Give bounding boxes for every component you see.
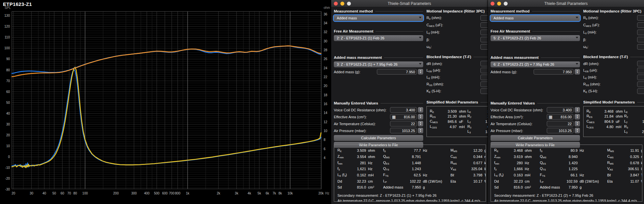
results-row: Dd32.23cmLP102.22dB (1W/1m)Eta10.17%	[337, 178, 482, 184]
added-mass-stepper[interactable]: ▲▼	[575, 69, 580, 75]
window-titlebar[interactable]: Thiele-Small Parameters	[488, 0, 644, 7]
stepper[interactable]: ▲▼	[418, 128, 423, 133]
value-field[interactable]: 22	[390, 121, 417, 126]
value-field[interactable]: ▦816.00	[390, 114, 417, 120]
left-column: Measurement method Added mass Free Air M…	[491, 9, 580, 148]
calculator-icon[interactable]: ▦	[549, 115, 552, 119]
value-field[interactable]: 0.364	[480, 75, 488, 80]
svg-text:-20: -20	[5, 177, 10, 180]
value-field[interactable]: 0.0265	[480, 37, 488, 42]
minimize-button[interactable]	[497, 2, 501, 6]
param-label: L0 (mH):	[583, 30, 637, 35]
value-field[interactable]: 0.0336	[637, 37, 644, 42]
value-field[interactable]: 742.1	[480, 44, 488, 50]
value-field[interactable]: 4.705	[637, 30, 644, 35]
field-value: 22	[549, 122, 572, 126]
chevron-down-icon	[576, 17, 578, 18]
blocked-param-row: LE (mH):0.364▲▼	[426, 75, 488, 80]
value-field[interactable]: 5.59	[637, 81, 644, 87]
param-label: Air Temperature (Celsius):	[334, 122, 390, 126]
added-mass-stepper[interactable]: ▲▼	[418, 69, 423, 75]
svg-text:4k: 4k	[248, 192, 252, 195]
value-field[interactable]: 761.7	[637, 44, 644, 50]
svg-text:40: 40	[6, 112, 10, 115]
blocked-impedance-header: Blocked Impedance (T-F)	[426, 55, 488, 59]
svg-text:1k: 1k	[186, 192, 190, 195]
value-field[interactable]: 804.9	[637, 22, 644, 28]
field-value: 0.364	[482, 76, 488, 79]
free-air-measurement-select[interactable]: 5: Z - ETP1623-Z1 (2) Feb 26	[491, 35, 580, 41]
minimize-button[interactable]	[340, 2, 344, 6]
calculate-parameters-button[interactable]: Calculate Parameters	[491, 135, 580, 141]
results-row: f31,666HzQTS1.225VAS306.51litres	[494, 166, 639, 172]
simplified-left-column: RE3.468ohmRES21.84ohmCMES804.9uFLCES4.80…	[586, 109, 623, 134]
results-row: RE3.468ohmfS80.9HzMMS11.91g	[494, 147, 639, 154]
svg-text:6: 6	[324, 147, 326, 151]
calculate-parameters-button[interactable]: Calculate Parameters	[334, 135, 423, 141]
value-field[interactable]: 0.410	[637, 75, 644, 80]
results-row: f31,621HzQTS1.243VAS325.04litres	[337, 166, 482, 172]
stepper[interactable]: ▲▼	[418, 121, 423, 126]
measurement-method-select[interactable]: Added mass	[491, 15, 580, 21]
value-field[interactable]: 0.109	[480, 61, 488, 66]
right-column: Motional Impedance (Ritter 3PC) R0 (ohm)…	[583, 9, 644, 148]
svg-text:60: 60	[6, 90, 10, 94]
value-field[interactable]: 1013.25	[547, 128, 574, 133]
value-field[interactable]: 5.10	[480, 81, 488, 87]
value-field[interactable]: 30.72	[637, 15, 644, 21]
field-value: 3.400	[392, 108, 415, 112]
value-field[interactable]: 0.0472	[637, 88, 644, 94]
free-air-measurement-select[interactable]: 2: Z - ETP1623-Z1 (1) Feb 26	[334, 35, 423, 41]
close-button[interactable]	[491, 2, 494, 6]
stepper[interactable]: ▲▼	[575, 128, 580, 133]
motional-rows: R0 (ohm):30.72▲▼CMES (uF):804.9▲▼L0 (mH)…	[583, 15, 644, 50]
stepper[interactable]: ▲▼	[575, 114, 580, 120]
value-field[interactable]: 3.400	[547, 107, 574, 113]
svg-text:700: 700	[169, 192, 174, 195]
results-box: RE3.468ohmfS80.9HzMMS11.91gZmin3.619ohmQ…	[491, 145, 642, 202]
value-field[interactable]: ▦816.00	[547, 114, 574, 120]
close-button[interactable]	[334, 2, 338, 6]
motional-rows: R0 (ohm):27.56▲▼CMES (uF):845.6▲▼L0 (mH)…	[426, 15, 488, 50]
value-field[interactable]: 0.068	[637, 61, 644, 66]
svg-text:500: 500	[154, 192, 160, 195]
field-value: 4.705	[639, 31, 644, 34]
window-titlebar[interactable]: Thiele-Small Parameters	[331, 0, 488, 7]
value-field[interactable]: 4.884	[480, 30, 488, 35]
measurement-method-select[interactable]: Added mass	[334, 15, 423, 21]
added-mass-field[interactable]: 7.950	[534, 69, 574, 75]
motional-param-row: ω0:742.1▲▼	[426, 44, 488, 50]
results-footer: Secondary measurement: Z - ETP1623-Z1 (2…	[494, 193, 639, 202]
zoom-button[interactable]	[504, 2, 508, 6]
stepper[interactable]: ▲▼	[418, 107, 423, 113]
value-field[interactable]: 27.56	[480, 15, 488, 21]
field-value: 0.0336	[639, 38, 644, 42]
calculator-icon[interactable]: ▦	[392, 115, 396, 119]
value-field[interactable]: 1013.25	[390, 128, 417, 133]
stepper[interactable]: ▲▼	[575, 107, 580, 113]
value-field[interactable]: 0.0540	[480, 88, 488, 94]
param-label: ω0:	[426, 45, 480, 49]
value-field[interactable]: 3.400	[390, 107, 417, 113]
added-mass-field[interactable]: 7.950	[377, 69, 417, 75]
free-air-header: Free Air Measurement	[491, 29, 580, 33]
svg-text:10k: 10k	[288, 192, 293, 195]
value-field[interactable]: 23.0	[637, 68, 644, 73]
results-row: LE (f3)0.163mHFTS66.1HzBℓ3.847Tm	[494, 172, 639, 178]
value-field[interactable]: 22	[547, 121, 574, 126]
param-label: LEB (uH):	[583, 68, 637, 73]
value-field[interactable]: 845.6	[480, 22, 488, 28]
svg-text:110: 110	[5, 35, 10, 39]
stepper[interactable]: ▲▼	[418, 114, 423, 120]
stepper[interactable]: ▲▼	[575, 121, 580, 126]
field-value: 5.59	[639, 82, 644, 86]
zoom-button[interactable]	[347, 2, 351, 6]
svg-text:80: 80	[73, 192, 77, 195]
svg-text:30: 30	[324, 39, 328, 43]
param-label: RSS (ohm):	[426, 82, 480, 87]
motional-param-row: L0 (mH):4.884▲▼	[426, 30, 488, 35]
added-mass-measurement-select[interactable]: 6: Z - ETP1623-Z1 (2) + 7.95g Feb 26	[491, 61, 580, 67]
added-mass-measurement-select[interactable]: 3: Z - ETP1623-Z1 (1) + 7.95g Feb 26	[334, 61, 423, 67]
value-field[interactable]: 26.0	[480, 68, 488, 73]
manual-rows: Voice Coil DC Resistance (ohm):3.400▲▼Ef…	[491, 107, 580, 133]
